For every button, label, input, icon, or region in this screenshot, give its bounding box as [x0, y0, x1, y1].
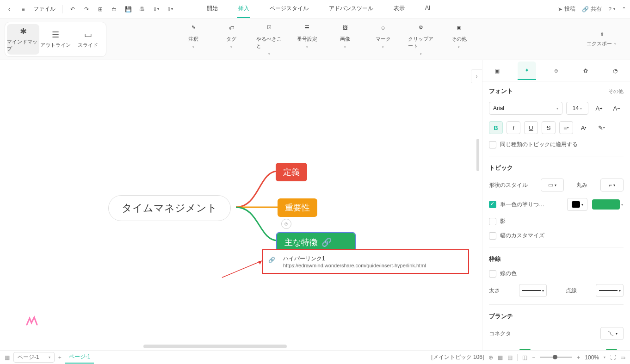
italic-button[interactable]: I — [506, 121, 520, 134]
share-button[interactable]: 🔗共有 — [582, 5, 602, 13]
help-button[interactable]: ?▾ — [608, 6, 615, 12]
collapse-ribbon-icon[interactable]: ⌃ — [622, 6, 626, 12]
tool-image[interactable]: 🖼画像▾ — [332, 23, 358, 56]
import-icon[interactable]: ⇩▾ — [164, 4, 175, 15]
horizontal-scrollbar[interactable] — [143, 345, 287, 348]
pages-icon[interactable]: ▥ — [5, 354, 10, 361]
tool-todo[interactable]: ☑やるべきこと▾ — [256, 23, 282, 56]
roundness-select[interactable]: ⌐ ▾ — [600, 179, 624, 191]
tab-start[interactable]: 開始 — [206, 0, 219, 18]
tool-clipart[interactable]: ⚙クリップアート▾ — [408, 23, 434, 56]
more-icon: ▣ — [454, 23, 464, 33]
tab-ai[interactable]: AI — [424, 0, 431, 18]
fill-label: 単一色の塗りつ… — [500, 201, 563, 209]
export-quick-icon[interactable]: ⇪▾ — [150, 4, 161, 15]
status-bar: ▥ ページ-1▾ + ページ-1 [メイントピック 106] ⊕ ▦ ▤ ◫ −… — [0, 350, 630, 364]
bold-button[interactable]: B — [489, 121, 503, 134]
tool-mark[interactable]: ☺マーク▾ — [370, 23, 396, 56]
status-info: [メイントピック 106] — [431, 353, 484, 361]
new-icon[interactable]: ⊞ — [95, 4, 106, 15]
refresh-icon[interactable]: ⟳ — [281, 219, 291, 229]
undo-icon[interactable]: ↶ — [67, 4, 78, 15]
panel-tab-ai[interactable]: ✦ — [518, 62, 536, 80]
font-size-select[interactable]: 14▾ — [566, 102, 588, 115]
underline-button[interactable]: U — [524, 121, 538, 134]
send-icon: ➤ — [558, 6, 562, 12]
font-decrease[interactable]: A− — [610, 102, 624, 115]
panel-tab-shape[interactable]: ✿ — [576, 62, 595, 80]
page-select[interactable]: ページ-1▾ — [13, 352, 55, 363]
node-importance[interactable]: 重要性 — [278, 198, 317, 217]
zoom-out-icon[interactable]: − — [532, 354, 535, 361]
roundness-label: 丸み — [576, 181, 587, 189]
panel-tab-style[interactable]: ▣ — [488, 62, 506, 80]
panel-collapse-button[interactable]: › — [471, 69, 482, 83]
fullscreen-icon[interactable]: ▭ — [620, 354, 625, 361]
font-increase[interactable]: A+ — [592, 102, 606, 115]
font-color-button[interactable]: A▾ — [577, 121, 591, 134]
list-icon: ☰ — [302, 23, 312, 33]
width-custom-checkbox[interactable] — [489, 232, 496, 240]
fill-checkbox[interactable] — [489, 201, 496, 208]
tool-annotation[interactable]: ✎注釈▾ — [180, 23, 206, 56]
tool-other[interactable]: ▣その他▾ — [446, 23, 472, 56]
strike-button[interactable]: S — [542, 121, 556, 134]
fill-black-swatch[interactable]: ▾ — [567, 198, 587, 211]
shadow-checkbox[interactable] — [489, 218, 496, 225]
zoom-value[interactable]: 100% — [585, 354, 599, 361]
fill-green-swatch[interactable]: ▾ — [591, 198, 624, 211]
view-mindmap[interactable]: ✱ マインドマップ — [7, 24, 39, 55]
status-globe-icon[interactable]: ⊕ — [488, 354, 493, 361]
vertical-scrollbar[interactable] — [476, 139, 479, 171]
tab-view[interactable]: 表示 — [393, 0, 406, 18]
save-icon[interactable]: 💾 — [123, 4, 134, 15]
thickness-label: 太さ — [489, 287, 500, 295]
view-outline[interactable]: ☰ アウトライン — [39, 24, 72, 55]
ai-watermark — [25, 316, 38, 326]
view-mindmap-label: マインドマップ — [7, 38, 39, 52]
tab-page-style[interactable]: ページスタイル — [269, 0, 309, 18]
tab-insert[interactable]: 挿入 — [237, 0, 250, 18]
thickness-select[interactable]: ▾ — [519, 284, 547, 297]
fit-icon[interactable]: ⛶ — [610, 354, 616, 361]
file-menu[interactable]: ファイル — [31, 5, 57, 13]
tool-numbering[interactable]: ☰番号設定▾ — [294, 23, 320, 56]
node-definition[interactable]: 定義 — [276, 163, 307, 181]
zoom-in-icon[interactable]: + — [577, 354, 580, 361]
tab-advanced[interactable]: アドバンスツール — [328, 0, 374, 18]
status-layout-icon[interactable]: ◫ — [522, 354, 527, 361]
font-family-select[interactable]: Arial▾ — [489, 102, 562, 115]
back-icon[interactable]: ‹ — [4, 4, 15, 15]
view-slide[interactable]: ▭ スライド — [72, 24, 104, 55]
status-grid-icon[interactable]: ▦ — [498, 354, 503, 361]
page-tab-1[interactable]: ページ-1 — [65, 351, 94, 364]
panel-tab-emoji[interactable]: ☺ — [547, 62, 565, 80]
annotation-arrow — [222, 259, 268, 278]
align-button[interactable]: ≡▾ — [559, 121, 573, 134]
export-icon: ⇪ — [600, 31, 604, 37]
menu-icon[interactable]: ≡ — [18, 4, 29, 15]
shape-style-select[interactable]: ▭ ▾ — [541, 179, 564, 191]
panel-tab-clock[interactable]: ◔ — [606, 62, 624, 80]
topic-section-title: トピック — [489, 164, 513, 172]
post-button[interactable]: ➤投稿 — [558, 5, 575, 13]
ribbon: ✱ マインドマップ ☰ アウトライン ▭ スライド ✎注釈▾ 🏷タグ▾ ☑やるべ… — [0, 19, 630, 60]
status-layers-icon[interactable]: ▤ — [507, 354, 513, 361]
open-icon[interactable]: 🗀 — [109, 4, 120, 15]
width-custom-label: 幅のカスタマイズ — [500, 232, 544, 240]
font-more-link[interactable]: その他 — [608, 88, 624, 95]
dashed-select[interactable]: ▾ — [596, 284, 624, 297]
apply-same-checkbox[interactable] — [489, 141, 496, 148]
tool-tag[interactable]: 🏷タグ▾ — [218, 23, 244, 56]
ribbon-tools: ✎注釈▾ 🏷タグ▾ ☑やるべきこと▾ ☰番号設定▾ 🖼画像▾ ☺マーク▾ ⚙クリ… — [180, 23, 472, 56]
redo-icon[interactable]: ↷ — [81, 4, 92, 15]
mindmap-icon: ✱ — [20, 26, 27, 37]
line-color-checkbox[interactable] — [489, 270, 496, 278]
export-button[interactable]: ⇪ エクスポート — [587, 31, 625, 47]
print-icon[interactable]: 🖶 — [136, 4, 148, 15]
zoom-slider[interactable] — [540, 357, 572, 358]
add-page-icon[interactable]: + — [58, 354, 62, 361]
main-topic-node[interactable]: タイムマネジメント — [108, 195, 231, 221]
highlight-button[interactable]: ✎▾ — [594, 121, 608, 134]
connector-select[interactable]: ▾ — [600, 327, 624, 340]
